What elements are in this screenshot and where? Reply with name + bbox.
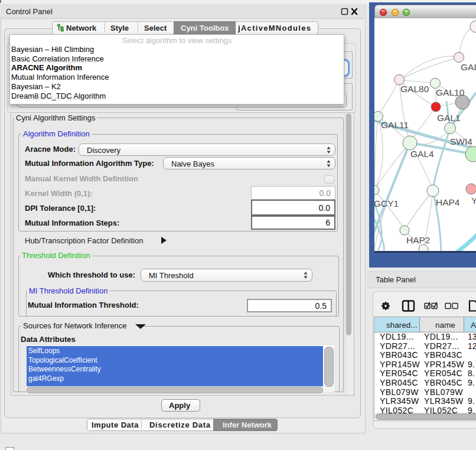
svg-text:GAL2: GAL2 [461,62,476,72]
svg-text:GAL1: GAL1 [437,113,461,123]
svg-text:GCY1: GCY1 [374,198,399,208]
svg-text:HAP4: HAP4 [436,197,460,207]
svg-text:SWI4: SWI4 [450,136,472,146]
svg-text:Y: Y [471,195,476,206]
svg-text:GAL10: GAL10 [436,87,465,97]
svg-text:GAL4: GAL4 [410,149,434,159]
svg-text:HAP2: HAP2 [406,235,431,245]
svg-text:GAL80: GAL80 [400,84,429,94]
svg-text:GAL11: GAL11 [381,120,409,130]
